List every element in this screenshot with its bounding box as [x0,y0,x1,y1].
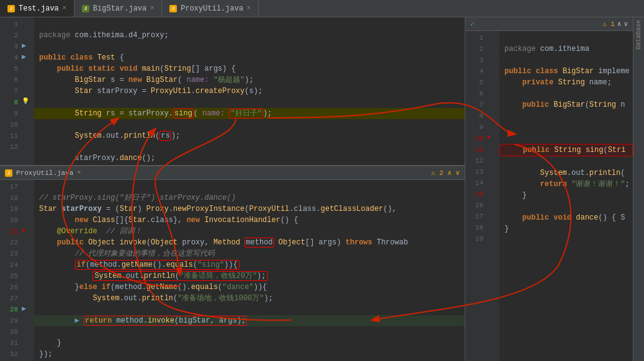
java-icon-2: J [82,5,89,12]
debug-arrow-2-icon: ▶ [22,304,26,313]
tab-bigstar-java[interactable]: J BigStar.java × [74,0,162,17]
tab-test-close[interactable]: × [63,5,66,12]
bigstar-code-area: 1 2 3 4 5 6 7 8 9 10 11 12 13 14 15 16 1 [465,31,633,361]
proxyutil-gutter: ● ▶ [22,180,34,361]
proxyutil-line-numbers: 17 18 19 20 21 22 23 24 25 26 27 28 29 3… [0,180,22,361]
test-java-code-content[interactable]: package com.itheima.d4_proxy; public cla… [34,17,465,165]
bigstar-line-numbers: 1 2 3 4 5 6 7 8 9 10 11 12 13 14 15 16 1 [465,31,487,361]
error-marker-icon: ● [22,227,25,234]
editors-wrapper: 1 2 3 4 5 6 7 8 9 10 11 12 [0,17,644,361]
run-arrow-icon: ▶ [22,41,26,50]
debug-arrow-icon: ▶ [22,52,26,61]
proxyutil-tab-icon: J [5,169,12,177]
database-label: Database [635,20,642,50]
error-marker-2-icon: ● [487,134,491,141]
proxyutil-editor: J ProxyUtil.java × ⚠ 2 ∧ ∨ 17 18 19 20 2… [0,166,465,361]
nav-up-icon[interactable]: ∧ [617,20,622,28]
proxyutil-code-content[interactable]: // starProxy.sing("好日子") starProxy.dance… [34,180,465,361]
proxyutil-filename: ProxyUtil.java [16,169,73,177]
warn-badge-2: ⚠ 2 ∧ ∨ [431,169,460,177]
bigstar-gutter: ● [487,31,499,361]
tab-proxyutil-java[interactable]: J ProxyUtil.java × [162,0,259,17]
nav-down-icon[interactable]: ∨ [624,20,628,28]
proxyutil-close[interactable]: × [77,169,81,176]
tab-test-label: Test.java [19,4,59,13]
test-java-gutter: ▶ ▶ 💡 [22,17,34,165]
check-icon: ✓ [470,20,475,28]
tab-proxyutil-label: ProxyUtil.java [181,4,243,13]
tab-bigstar-close[interactable]: × [150,5,154,12]
test-java-line-numbers: 1 2 3 4 5 6 7 8 9 10 11 12 [0,17,22,165]
tab-bar: J Test.java × J BigStar.java × J ProxyUt… [0,0,644,17]
sidebar-right: Database [633,17,644,361]
left-editor-pane: 1 2 3 4 5 6 7 8 9 10 11 12 [0,17,465,361]
java-icon-3: J [169,5,177,12]
tab-proxyutil-close[interactable]: × [247,5,251,12]
warning-icon: 💡 [22,97,29,105]
tab-bigstar-label: BigStar.java [93,4,146,13]
test-java-editor: 1 2 3 4 5 6 7 8 9 10 11 12 [0,17,465,166]
java-icon: J [7,5,15,12]
bigstar-code-content[interactable]: package com.itheima public class BigStar… [499,31,633,361]
tab-test-java[interactable]: J Test.java × [0,0,74,17]
right-editor-pane: ✓ ⚠ 1 ∧ ∨ 1 2 3 4 5 6 7 8 9 1 [465,17,633,361]
warn-icon-right: ⚠ 1 [602,20,615,28]
bigstar-panel: ✓ ⚠ 1 ∧ ∨ 1 2 3 4 5 6 7 8 9 1 [465,17,633,361]
proxyutil-code-area: 17 18 19 20 21 22 23 24 25 26 27 28 29 3… [0,180,465,361]
test-java-code-area: 1 2 3 4 5 6 7 8 9 10 11 12 [0,17,465,165]
